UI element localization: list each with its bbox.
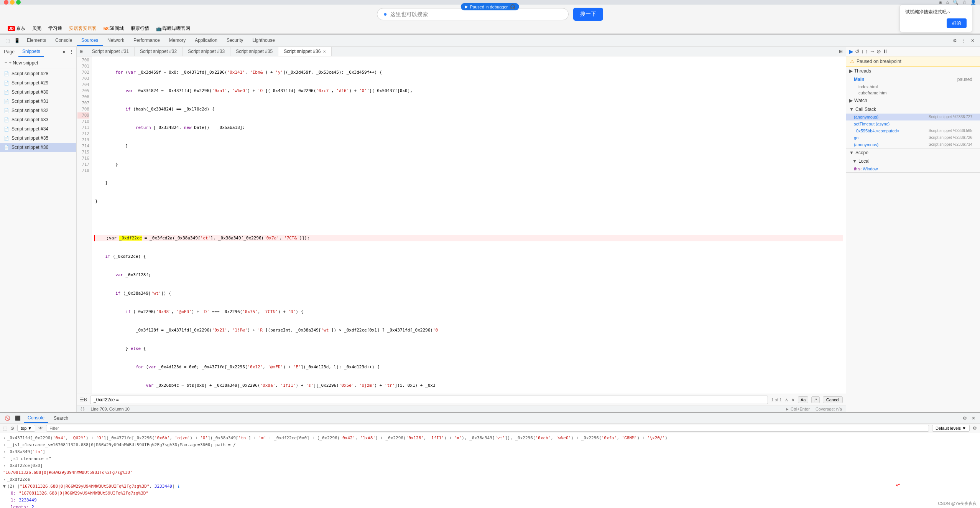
devtools-close-icon[interactable]: ✕ <box>968 36 977 45</box>
search-down-icon[interactable]: ∨ <box>791 397 795 402</box>
more-icon[interactable]: ⋮ <box>959 36 968 45</box>
code-area-toggle[interactable]: ⊞ <box>77 47 87 56</box>
bookmark-xuexi[interactable]: 学习通 <box>48 25 62 32</box>
watch-header[interactable]: ▶ Watch <box>846 96 980 105</box>
tab-performance[interactable]: Performance <box>129 35 164 46</box>
snippet-item-30[interactable]: 📄 Script snippet #30 <box>0 87 76 97</box>
code-tab-36[interactable]: Script snippet #36 ✕ <box>278 47 332 56</box>
scope-header[interactable]: ▼ Scope <box>846 148 980 157</box>
sidebar-more[interactable]: ⋮ <box>67 48 76 55</box>
call-stack-settimeout[interactable]: setTimeout (async) <box>846 120 980 127</box>
call-stack-go[interactable]: go Script snippet %2336:726 <box>846 134 980 141</box>
step-out-icon[interactable]: ↑ <box>865 48 868 54</box>
tab-memory[interactable]: Memory <box>164 35 190 46</box>
maximize-button[interactable] <box>16 0 21 5</box>
eye-icon[interactable]: 👁 <box>38 426 43 431</box>
console-tab-search[interactable]: Search <box>50 414 72 422</box>
search-button[interactable]: 搜一下 <box>573 8 603 21</box>
console-filter-input[interactable] <box>46 425 929 432</box>
snippet-item-35[interactable]: 📄 Script snippet #35 <box>0 134 76 143</box>
local-scope-header[interactable]: ▼ Local <box>846 157 980 165</box>
console-settings-icon[interactable]: ⚙ <box>961 414 968 422</box>
bookmark-jd[interactable]: JD 京东 <box>8 25 25 32</box>
element-picker-icon[interactable]: ⬚ <box>3 36 12 45</box>
deactivate-breakpoints-icon[interactable]: ⊘ <box>876 48 881 54</box>
expand-arrow[interactable]: › <box>3 435 6 441</box>
console-filter-icon[interactable]: ⬛ <box>13 414 22 422</box>
tab-console[interactable]: Console <box>51 35 77 46</box>
console-toolbar-icon-2[interactable]: ⊙ <box>10 426 14 431</box>
code-tab-31[interactable]: Script snippet #31 <box>87 47 135 56</box>
context-selector[interactable]: top ▼ <box>17 425 35 432</box>
regex-icon[interactable]: .* <box>811 396 819 403</box>
close-tab-icon[interactable]: ✕ <box>323 49 326 54</box>
match-case-icon[interactable]: Aa <box>798 396 808 403</box>
bookmark-58[interactable]: 5858同城 <box>104 25 124 32</box>
tab-elements[interactable]: Elements <box>22 35 51 46</box>
console-output: › _0x4371fd[_0x2296('0x4', 'QU2Y') + 'O'… <box>0 433 980 508</box>
scope-key: this <box>854 167 860 171</box>
snippet-item-34[interactable]: 📄 Script snippet #34 <box>0 124 76 134</box>
search-up-icon[interactable]: ∧ <box>785 397 788 402</box>
console-toolbar-icon-1[interactable]: ⬚ <box>3 426 7 431</box>
sidebar-chevron[interactable]: » <box>61 47 67 56</box>
code-tab-33[interactable]: Script snippet #33 <box>183 47 230 56</box>
tab-sources[interactable]: Sources <box>77 35 103 46</box>
step-over-icon[interactable]: ↺ <box>855 48 860 54</box>
sidebar-tab-page[interactable]: Page <box>0 47 18 56</box>
snippet-item-29[interactable]: 📄 Script snippet #29 <box>0 78 76 87</box>
default-levels[interactable]: Default levels ▼ <box>932 425 970 432</box>
scope-this[interactable]: this: Window <box>846 165 980 172</box>
step-icon[interactable]: → <box>870 48 875 54</box>
expand-arrow[interactable]: ▼ <box>3 483 6 490</box>
expand-arrow[interactable]: › <box>3 442 6 448</box>
sidebar-tab-snippets[interactable]: Snippets <box>18 47 44 57</box>
watch-label: Watch <box>854 98 867 103</box>
resume-icon[interactable]: ▶ <box>849 48 853 54</box>
console-close-icon[interactable]: ✕ <box>970 414 977 422</box>
tab-lighthouse[interactable]: Lighthouse <box>248 35 280 46</box>
call-stack-anonymous-2[interactable]: (anonymous) Script snippet %2336:734 <box>846 141 980 148</box>
settings-icon[interactable]: ⚙ <box>950 36 959 45</box>
close-button[interactable] <box>4 0 8 5</box>
call-stack-anonymous-1[interactable]: (anonymous) Script snippet %2336:727 <box>846 114 980 120</box>
code-lines[interactable]: for (var _0x3d459f = 0x0; _0x4371fd[_0x2… <box>92 56 846 394</box>
tab-network[interactable]: Network <box>103 35 129 46</box>
snippet-item-33[interactable]: 📄 Script snippet #33 <box>0 115 76 124</box>
clear-console-icon[interactable]: 🚫 <box>3 414 12 422</box>
format-icon[interactable]: { } <box>81 407 84 411</box>
search-input[interactable] <box>90 396 768 404</box>
bookmark-beike[interactable]: 贝壳 <box>32 25 41 32</box>
snippet-item-36[interactable]: 📄 Script snippet #36 <box>0 143 76 152</box>
bookmark-anjuke[interactable]: 安居客安居客 <box>69 25 97 32</box>
snippet-item-31[interactable]: 📄 Script snippet #31 <box>0 97 76 106</box>
console-settings-icon-2[interactable]: ⚙ <box>973 426 977 431</box>
call-stack-computed[interactable]: _0x595bb4.<computed> Script snippet %233… <box>846 127 980 134</box>
info-icon[interactable]: ℹ <box>178 483 179 490</box>
code-tab-35[interactable]: Script snippet #35 <box>230 47 278 56</box>
bookmark-stock[interactable]: 股票行情 <box>131 25 149 32</box>
new-snippet-button[interactable]: + + New snippet <box>2 59 75 67</box>
snippet-item-32[interactable]: 📄 Script snippet #32 <box>0 106 76 115</box>
cancel-button[interactable]: Cancel <box>823 396 843 403</box>
snippet-item-28[interactable]: 📄 Script snippet #28 <box>0 69 76 78</box>
new-tab-icon[interactable]: ⊞ <box>839 49 843 54</box>
minimize-button[interactable] <box>10 0 15 5</box>
promo-ok-button[interactable]: 好的 <box>947 18 967 28</box>
tab-security[interactable]: Security <box>222 35 248 46</box>
expand-arrow[interactable]: › <box>3 477 6 483</box>
device-icon[interactable]: 📱 <box>12 36 22 45</box>
step-into-icon[interactable]: ↓ <box>861 48 864 54</box>
console-tab-console[interactable]: Console <box>24 414 48 423</box>
search-type-icon[interactable]: ☰B <box>80 397 87 402</box>
call-stack-header[interactable]: ▼ Call Stack <box>846 105 980 114</box>
threads-header[interactable]: ▶ Threads <box>846 67 980 75</box>
thread-main[interactable]: Main paused <box>846 75 980 84</box>
expand-arrow[interactable]: › <box>3 449 6 455</box>
tab-application[interactable]: Application <box>190 35 222 46</box>
search-input[interactable] <box>390 11 562 17</box>
bookmark-bilibili[interactable]: 📺哔哩哔哩官网 <box>156 25 190 32</box>
expand-arrow[interactable]: › <box>3 463 6 469</box>
pause-exceptions-icon[interactable]: ⏸ <box>883 48 888 54</box>
code-tab-32[interactable]: Script snippet #32 <box>135 47 183 56</box>
